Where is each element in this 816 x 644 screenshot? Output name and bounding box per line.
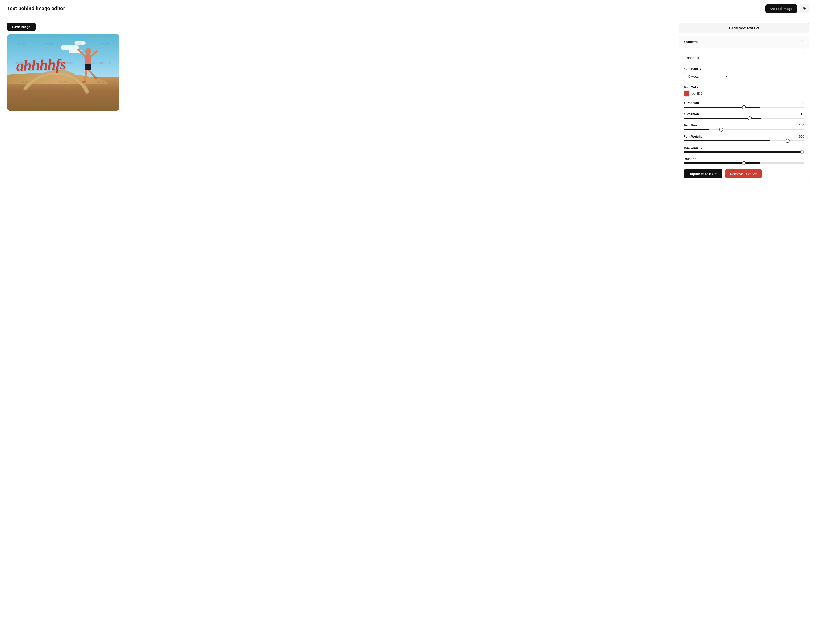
remove-text-set-button[interactable]: Remove Text Set xyxy=(725,169,762,178)
text-set-body: Font Family Caveat Arial Georgia Roboto … xyxy=(679,48,808,183)
text-opacity-value: 1 xyxy=(802,146,804,149)
chevron-up-icon: ⌃ xyxy=(801,40,804,44)
svg-rect-2 xyxy=(85,64,91,71)
image-canvas: ahhhhfs WWW WWW WWW WWW ABSKOOP.COM ABSK… xyxy=(7,34,119,110)
text-size-label: Text Size xyxy=(684,124,697,127)
rotation-header: Rotation 0 xyxy=(684,157,804,161)
sun-icon: ☀ xyxy=(802,6,806,11)
svg-point-0 xyxy=(85,48,91,54)
text-opacity-header: Text Opacity 1 xyxy=(684,146,804,149)
text-size-slider[interactable] xyxy=(684,129,804,130)
text-size-header: Text Size 160 xyxy=(684,124,804,127)
bottom-action-buttons: Duplicate Text Set Remove Text Set xyxy=(684,169,804,178)
controls-panel: + Add New Text Set ahhhnfs ⌃ Font Family… xyxy=(679,23,809,638)
app-title: Text behind image editor xyxy=(7,6,65,11)
main-content: Save image xyxy=(0,17,816,643)
x-position-header: X Position 0 xyxy=(684,101,804,105)
svg-line-5 xyxy=(85,71,86,81)
cloud-2 xyxy=(74,41,86,44)
font-family-label: Font Family xyxy=(684,67,804,71)
y-position-slider[interactable] xyxy=(684,118,804,119)
color-picker-row: #cf3f31 xyxy=(684,90,804,97)
y-position-header: Y Position 10 xyxy=(684,112,804,116)
text-color-control: Text Color #cf3f31 xyxy=(684,86,804,97)
font-weight-slider[interactable] xyxy=(684,140,804,141)
svg-line-6 xyxy=(89,71,95,77)
text-set-label: ahhhnfs xyxy=(684,40,698,44)
x-position-control: X Position 0 xyxy=(684,101,804,108)
save-image-button[interactable]: Save image xyxy=(7,23,35,31)
font-weight-header: Font Weight 800 xyxy=(684,135,804,138)
rotation-control: Rotation 0 xyxy=(684,157,804,164)
x-position-value: 0 xyxy=(802,101,804,105)
rotation-value: 0 xyxy=(802,157,804,161)
add-text-set-button[interactable]: + Add New Text Set xyxy=(679,23,809,33)
text-content-input[interactable] xyxy=(684,53,804,63)
duplicate-text-set-button[interactable]: Duplicate Text Set xyxy=(684,169,722,178)
canvas-overlay-text: ahhhhfs xyxy=(16,57,66,74)
svg-point-7 xyxy=(82,81,86,83)
text-size-control: Text Size 160 xyxy=(684,124,804,130)
svg-line-3 xyxy=(78,49,85,57)
svg-point-8 xyxy=(94,77,98,79)
font-weight-control: Font Weight 800 xyxy=(684,135,804,141)
text-color-label: Text Color xyxy=(684,86,804,89)
x-position-slider[interactable] xyxy=(684,106,804,108)
font-family-control: Font Family Caveat Arial Georgia Roboto … xyxy=(684,67,804,81)
text-size-value: 160 xyxy=(799,124,804,127)
rotation-slider[interactable] xyxy=(684,163,804,164)
svg-line-4 xyxy=(91,51,97,56)
font-weight-value: 800 xyxy=(799,135,804,138)
header-actions: Upload image ☀ xyxy=(765,4,809,13)
theme-toggle-button[interactable]: ☀ xyxy=(800,4,809,13)
font-family-select[interactable]: Caveat Arial Georgia Roboto Times New Ro… xyxy=(684,72,728,81)
y-position-control: Y Position 10 xyxy=(684,112,804,119)
text-set-header[interactable]: ahhhnfs ⌃ xyxy=(679,36,808,48)
x-position-label: X Position xyxy=(684,101,699,105)
text-opacity-slider[interactable] xyxy=(684,151,804,153)
app-header: Text behind image editor Upload image ☀ xyxy=(0,0,816,17)
text-opacity-label: Text Opacity xyxy=(684,146,702,149)
y-position-label: Y Position xyxy=(684,112,699,116)
canvas-area: Save image xyxy=(7,23,679,638)
y-position-value: 10 xyxy=(801,112,804,116)
color-hex-value: #cf3f31 xyxy=(692,92,702,95)
color-swatch[interactable] xyxy=(684,90,690,97)
person-silhouette xyxy=(77,44,99,89)
font-weight-label: Font Weight xyxy=(684,135,702,138)
text-opacity-control: Text Opacity 1 xyxy=(684,146,804,153)
rotation-label: Rotation xyxy=(684,157,696,161)
text-set-panel: ahhhnfs ⌃ Font Family Caveat Arial Georg… xyxy=(679,36,809,183)
cloud-1 xyxy=(61,45,79,50)
upload-image-button[interactable]: Upload image xyxy=(765,5,797,13)
